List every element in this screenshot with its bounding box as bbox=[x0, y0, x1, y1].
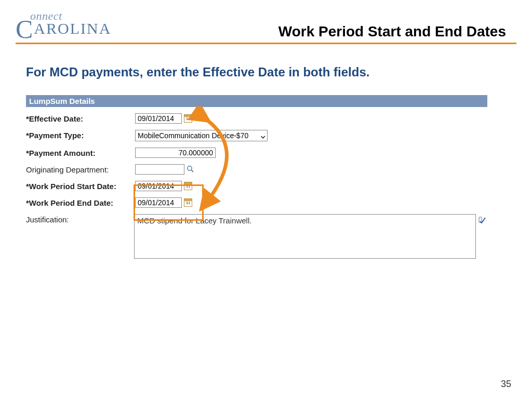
calendar-icon[interactable]: 31 bbox=[184, 198, 192, 207]
svg-line-1 bbox=[191, 170, 193, 172]
row-payment-type: *Payment Type: MobileCommunication Devic… bbox=[26, 130, 487, 141]
calendar-icon[interactable]: 31 bbox=[184, 114, 192, 123]
label-wp-start: *Work Period Start Date: bbox=[26, 181, 135, 191]
label-payment-amount: *Payment Amount: bbox=[26, 148, 135, 157]
label-payment-type: *Payment Type: bbox=[26, 130, 135, 140]
row-wp-end: *Work Period End Date: 31 bbox=[26, 197, 487, 208]
page-number: 35 bbox=[501, 379, 511, 390]
payment-amount-input[interactable] bbox=[135, 148, 216, 158]
page-title: Work Period Start and End Dates bbox=[278, 23, 506, 40]
lumpsum-form: LumpSum Details *Effective Date: 31 *Pay… bbox=[26, 95, 487, 259]
slide-header: onnect CAROLINA Work Period Start and En… bbox=[0, 0, 532, 38]
row-effective-date: *Effective Date: 31 bbox=[26, 113, 487, 124]
chevron-down-icon: ⌵ bbox=[261, 131, 265, 140]
instruction-text: For MCD payments, enter the Effective Da… bbox=[26, 65, 532, 79]
payment-type-select[interactable]: MobileCommunication Device-$70 ⌵ bbox=[135, 130, 268, 141]
row-wp-start: *Work Period Start Date: 31 bbox=[26, 181, 487, 191]
lookup-icon[interactable] bbox=[187, 165, 194, 175]
label-justification: Justification: bbox=[26, 214, 134, 224]
wp-end-input[interactable] bbox=[135, 197, 182, 208]
wp-start-input[interactable] bbox=[135, 181, 182, 191]
row-payment-amount: *Payment Amount: bbox=[26, 148, 487, 158]
logo-big-c: C bbox=[16, 20, 34, 38]
svg-point-0 bbox=[188, 166, 192, 170]
logo-bottom-span: AROLINA bbox=[34, 20, 111, 37]
logo-bottom-text: CAROLINA bbox=[16, 20, 111, 38]
connect-carolina-logo: onnect CAROLINA bbox=[16, 9, 111, 38]
spellcheck-icon[interactable] bbox=[478, 215, 487, 224]
header-divider bbox=[16, 43, 516, 44]
label-wp-end: *Work Period End Date: bbox=[26, 197, 135, 207]
calendar-icon[interactable]: 31 bbox=[184, 182, 192, 190]
label-orig-dept: Originating Department: bbox=[26, 164, 135, 174]
justification-textarea[interactable] bbox=[134, 214, 476, 259]
label-effective-date: *Effective Date: bbox=[26, 113, 135, 123]
effective-date-input[interactable] bbox=[135, 113, 182, 124]
row-justification: Justification: bbox=[26, 214, 487, 259]
row-orig-dept: Originating Department: bbox=[26, 164, 487, 175]
payment-type-value: MobileCommunication Device-$70 bbox=[138, 131, 248, 140]
orig-dept-input[interactable] bbox=[135, 164, 184, 175]
section-header: LumpSum Details bbox=[26, 95, 487, 107]
